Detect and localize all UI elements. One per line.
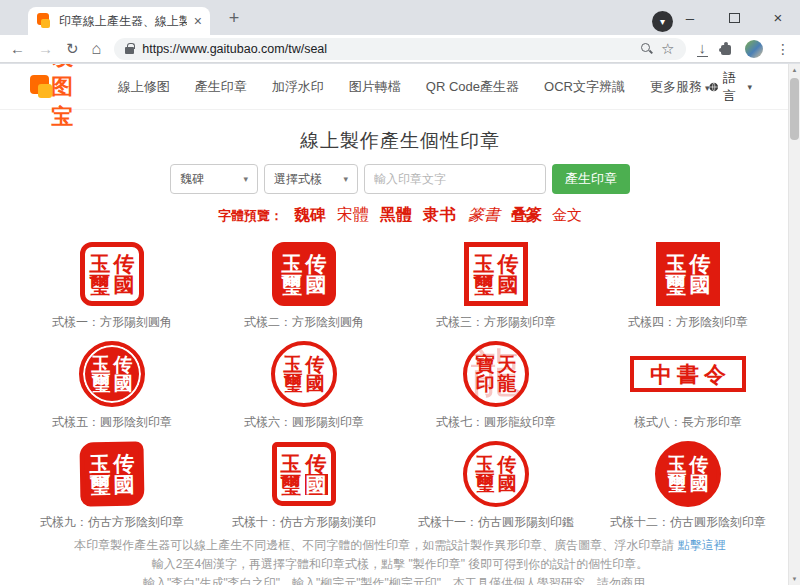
seal-image: 玉传璽國 (272, 242, 336, 306)
site-navbar: 改图宝 線上修图 產生印章 加浮水印 图片轉檔 QR Code產生器 OCR文字… (0, 64, 800, 110)
seal-image: 玉传璽國 (655, 441, 721, 507)
tab-close-icon[interactable]: × (194, 14, 202, 28)
font-sample-lishu[interactable]: 隶书 (423, 205, 457, 226)
zoom-icon[interactable] (641, 43, 653, 55)
font-select-value: 魏碑 (180, 171, 204, 188)
seal-caption: 式樣十一：仿古圓形陽刻印鑑 (400, 514, 592, 531)
seal-image: 玉传璽國 (463, 441, 529, 507)
logo-icon (30, 74, 44, 100)
language-menu[interactable]: 語言 ▾ (709, 69, 752, 105)
page-title: 線上製作產生個性印章 (0, 128, 800, 154)
seal-style-9: 玉传璽國 式樣九：仿古方形陰刻印章 (16, 438, 208, 528)
scroll-down-arrow-icon[interactable]: ▼ (789, 576, 800, 582)
seal-style-7: 龍 寶天印龍 式樣七：圓形龍紋印章 (400, 338, 592, 428)
page-content: ▲ ▼ 改图宝 線上修图 產生印章 加浮水印 图片轉檔 QR Code產生器 O… (0, 64, 800, 585)
font-sample-zhuanshu[interactable]: 篆書 (468, 205, 500, 226)
reload-button[interactable]: ↻ (66, 41, 79, 56)
maximize-icon (729, 13, 740, 23)
seal-text-input[interactable] (364, 164, 546, 194)
seal-style-12: 玉传璽國 式樣十二：仿古圓形陰刻印章 (592, 438, 784, 528)
seal-image: 玉传璽國 (464, 242, 528, 306)
browser-menu-icon[interactable]: ⋮ (776, 42, 790, 56)
site-favicon-icon (36, 13, 52, 29)
nav-item-image-convert[interactable]: 图片轉檔 (349, 78, 401, 96)
url-text[interactable]: https://www.gaitubao.com/tw/seal (142, 42, 633, 56)
seal-image: 中書令 (630, 356, 746, 392)
window-minimize-button[interactable]: – (668, 0, 712, 35)
seal-style-8: 中書令 樣式八：長方形印章 (592, 338, 784, 428)
nav-item-watermark[interactable]: 加浮水印 (272, 78, 324, 96)
seal-style-6: 玉传璽國 式樣六：圓形陽刻印章 (208, 338, 400, 428)
style-select[interactable]: 選擇式樣 ▾ (264, 164, 358, 194)
seal-image: 玉传璽國 (656, 242, 720, 306)
forward-button[interactable]: → (38, 41, 53, 56)
scroll-up-arrow-icon[interactable]: ▲ (789, 67, 800, 73)
seal-caption: 式樣十：仿古方形陽刻漢印 (208, 514, 400, 531)
seal-caption: 樣式八：長方形印章 (592, 414, 784, 431)
scrollbar-thumb[interactable] (790, 78, 799, 140)
seal-style-grid: 玉传璽國 式樣一：方形陽刻圓角 玉传璽國 式樣二：方形陰刻圓角 玉传璽國 式樣三… (16, 238, 784, 528)
nav-item-qrcode[interactable]: QR Code產生器 (426, 78, 519, 96)
logo-text: 改图宝 (51, 64, 92, 132)
seal-caption: 式樣七：圓形龍紋印章 (400, 414, 592, 431)
font-sample-jinwen[interactable]: 金文 (552, 206, 582, 225)
seal-image: 玉传璽國 (271, 341, 337, 407)
site-logo[interactable]: 改图宝 (30, 64, 92, 132)
seal-caption: 式樣五：圓形陰刻印章 (16, 414, 208, 431)
font-sample-diezhuan[interactable]: 叠篆 (511, 205, 541, 226)
back-button[interactable]: ← (10, 41, 25, 56)
nav-item-online-edit[interactable]: 線上修图 (118, 78, 170, 96)
language-label: 語言 (723, 69, 741, 105)
seal-form: 魏碑 ▾ 選擇式樣 ▾ 產生印章 (0, 164, 800, 194)
seal-caption: 式樣十二：仿古圓形陰刻印章 (592, 514, 784, 531)
seal-caption: 式樣九：仿古方形陰刻印章 (16, 514, 208, 531)
seal-caption: 式樣二：方形陰刻圓角 (208, 314, 400, 331)
footer-line2: 輸入2至4個漢字，再選擇字體和印章式樣，點擊 "製作印章" 後即可得到你的設計的… (0, 555, 800, 574)
seal-style-1: 玉传璽國 式樣一：方形陽刻圓角 (16, 238, 208, 328)
home-button[interactable]: ⌂ (92, 41, 102, 57)
nav-item-seal-generator[interactable]: 產生印章 (195, 78, 247, 96)
nav-item-ocr[interactable]: OCR文字辨識 (544, 78, 625, 96)
font-preview-row: 字體預覽： 魏碑 宋體 黑體 隶书 篆書 叠篆 金文 (0, 205, 800, 223)
tab-title: 印章線上產生器、線上製作印章 (59, 13, 187, 30)
seal-caption: 式樣一：方形陽刻圓角 (16, 314, 208, 331)
browser-toolbar: ← → ↻ ⌂ https://www.gaitubao.com/tw/seal… (0, 35, 800, 63)
font-sample-songti[interactable]: 宋體 (337, 205, 369, 226)
download-icon[interactable]: ↓ (699, 40, 707, 57)
seal-caption: 式樣六：圓形陽刻印章 (208, 414, 400, 431)
extensions-puzzle-icon[interactable] (719, 42, 732, 55)
font-sample-heiti[interactable]: 黑體 (380, 205, 412, 226)
nav-item-more-services[interactable]: 更多服務▾ (650, 78, 710, 96)
nav-item-label: 更多服務 (650, 79, 702, 94)
font-sample-weibei[interactable]: 魏碑 (294, 205, 326, 226)
window-maximize-button[interactable] (712, 0, 756, 35)
seal-style-3: 玉传璽國 式樣三：方形陽刻印章 (400, 238, 592, 328)
seal-image: 玉传璽國 (80, 242, 144, 306)
chevron-down-icon: ▾ (660, 17, 665, 27)
style-select-value: 選擇式樣 (274, 171, 322, 188)
chevron-down-icon: ▾ (747, 82, 752, 92)
seal-style-2: 玉传璽國 式樣二：方形陰刻圓角 (208, 238, 400, 328)
footer-line1: 本印章製作產生器可以線上產生不同邊框、不同字體的個性印章，如需設計製作異形印章、… (74, 538, 674, 552)
seal-style-11: 玉传璽國 式樣十一：仿古圓形陽刻印鑑 (400, 438, 592, 528)
window-close-button[interactable]: × (756, 0, 800, 35)
browser-window: 印章線上產生器、線上製作印章 × + ▾ – × ← → ↻ ⌂ https:/… (0, 0, 800, 585)
footer-note: 本印章製作產生器可以線上產生不同邊框、不同字體的個性印章，如需設計製作異形印章、… (0, 536, 800, 585)
font-select[interactable]: 魏碑 ▾ (170, 164, 258, 194)
url-bar[interactable]: https://www.gaitubao.com/tw/seal ☆ (114, 38, 685, 60)
generate-seal-button[interactable]: 產生印章 (552, 164, 630, 194)
profile-avatar[interactable] (745, 40, 763, 58)
seal-image: 玉传璽國 (272, 442, 336, 506)
browser-titlebar: 印章線上產生器、線上製作印章 × + ▾ – × (0, 0, 800, 35)
font-preview-label: 字體預覽： (218, 207, 283, 225)
seal-caption: 式樣四：方形陰刻印章 (592, 314, 784, 331)
window-controls: – × (668, 0, 800, 35)
browser-tab[interactable]: 印章線上產生器、線上製作印章 × (28, 7, 210, 35)
new-tab-button[interactable]: + (222, 6, 246, 30)
nav-menu: 線上修图 產生印章 加浮水印 图片轉檔 QR Code產生器 OCR文字辨識 更… (118, 78, 710, 96)
seal-style-5: 玉传璽國 式樣五：圓形陰刻印章 (16, 338, 208, 428)
lock-icon (125, 47, 134, 54)
bookmark-star-icon[interactable]: ☆ (661, 40, 674, 58)
click-here-link[interactable]: 點擊這裡 (678, 538, 726, 552)
scrollbar[interactable]: ▲ ▼ (788, 64, 800, 585)
